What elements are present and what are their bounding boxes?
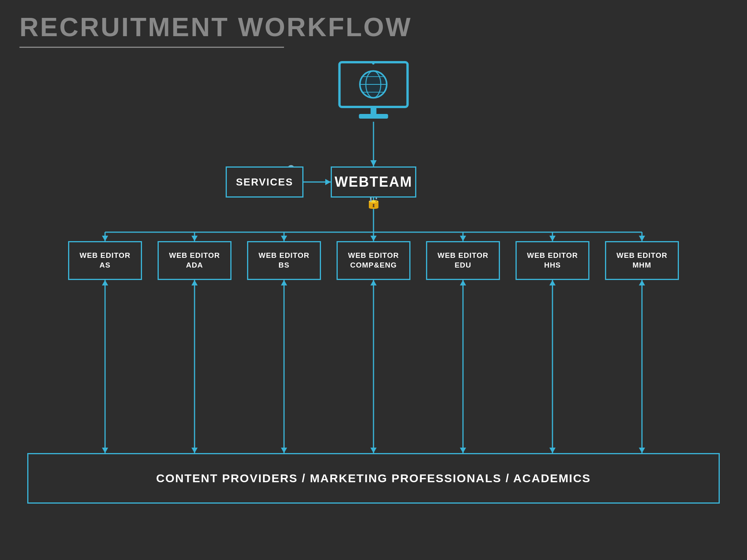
svg-rect-47 bbox=[359, 114, 388, 119]
editor-box-as: WEB EDITORAS bbox=[68, 241, 142, 280]
svg-marker-4 bbox=[325, 179, 331, 185]
editor-label-mhm: WEB EDITORMHM bbox=[616, 251, 667, 270]
svg-marker-37 bbox=[549, 280, 556, 285]
editor-label-compeng: WEB EDITORCOMP&ENG bbox=[348, 251, 399, 270]
editor-label-bs: WEB EDITORBS bbox=[258, 251, 309, 270]
svg-point-59 bbox=[372, 62, 375, 65]
svg-marker-35 bbox=[460, 448, 466, 453]
svg-marker-18 bbox=[549, 236, 556, 241]
svg-marker-29 bbox=[281, 448, 287, 453]
editor-box-bs: WEB EDITORBS bbox=[247, 241, 321, 280]
editor-box-edu: WEB EDITOREDU bbox=[426, 241, 500, 280]
webteam-box: WEBTEAM bbox=[331, 166, 416, 198]
svg-marker-16 bbox=[460, 236, 466, 241]
editor-label-ada: WEB EDITORADA bbox=[169, 251, 220, 270]
editor-box-ada: WEB EDITORADA bbox=[158, 241, 231, 280]
title-underline bbox=[19, 47, 284, 48]
editor-box-hhs: WEB EDITORHHS bbox=[516, 241, 589, 280]
monitor-icon bbox=[338, 60, 410, 122]
content-providers-box: CONTENT PROVIDERS / MARKETING PROFESSION… bbox=[27, 453, 720, 504]
svg-marker-28 bbox=[281, 280, 287, 285]
monitor-container bbox=[338, 60, 410, 123]
svg-marker-32 bbox=[370, 448, 377, 453]
svg-marker-31 bbox=[370, 280, 377, 285]
editor-label-edu: WEB EDITOREDU bbox=[437, 251, 488, 270]
svg-marker-23 bbox=[102, 448, 108, 453]
svg-marker-26 bbox=[191, 448, 198, 453]
page-title: RECRUITMENT WORKFLOW bbox=[19, 12, 412, 42]
editor-box-mhm: WEB EDITORMHM bbox=[605, 241, 679, 280]
svg-marker-20 bbox=[639, 236, 645, 241]
svg-marker-38 bbox=[549, 448, 556, 453]
svg-marker-8 bbox=[102, 236, 108, 241]
svg-marker-41 bbox=[639, 448, 645, 453]
webteam-label: WEBTEAM bbox=[335, 174, 412, 190]
svg-marker-14 bbox=[370, 236, 377, 241]
svg-marker-22 bbox=[102, 280, 108, 285]
svg-marker-34 bbox=[460, 280, 466, 285]
svg-marker-10 bbox=[191, 236, 198, 241]
editor-label-as: WEB EDITORAS bbox=[79, 251, 130, 270]
svg-marker-25 bbox=[191, 280, 198, 285]
content-providers-label: CONTENT PROVIDERS / MARKETING PROFESSION… bbox=[156, 472, 591, 485]
services-box: SERVICES bbox=[226, 166, 303, 198]
services-label: SERVICES bbox=[236, 176, 293, 188]
svg-marker-1 bbox=[370, 160, 377, 166]
editor-label-hhs: WEB EDITORHHS bbox=[527, 251, 578, 270]
svg-marker-40 bbox=[639, 280, 645, 285]
svg-marker-12 bbox=[281, 236, 287, 241]
editor-box-compeng: WEB EDITORCOMP&ENG bbox=[337, 241, 410, 280]
svg-rect-46 bbox=[371, 107, 377, 115]
